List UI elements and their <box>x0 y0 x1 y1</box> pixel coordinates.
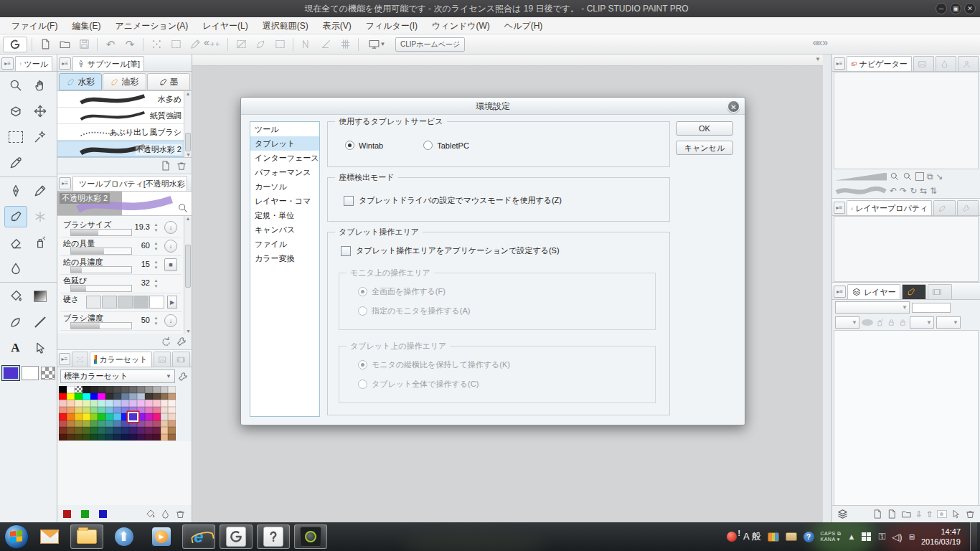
new-layer-icon[interactable] <box>872 509 883 519</box>
new-vector-layer-icon[interactable] <box>887 509 897 519</box>
color-swatch[interactable] <box>90 386 98 393</box>
line-tool[interactable] <box>29 311 52 333</box>
sub-color-swatch[interactable] <box>22 366 39 380</box>
grid-icon[interactable] <box>336 37 354 52</box>
color-swatch[interactable] <box>59 393 67 400</box>
fill-tool[interactable] <box>4 286 27 307</box>
taskbar-remote-button[interactable] <box>108 524 141 549</box>
color-swatch[interactable] <box>168 413 176 420</box>
fit-to-window-icon[interactable]: ⧉ <box>927 171 933 182</box>
reference-layer-icon[interactable] <box>875 318 885 327</box>
dialog-category[interactable]: 定規・単位 <box>250 208 319 222</box>
color-swatch[interactable] <box>105 434 113 441</box>
property-spinner[interactable]: ▲▼ <box>152 222 160 235</box>
color-swatch[interactable] <box>161 400 169 407</box>
color-swatch[interactable] <box>67 413 75 420</box>
lock-transparent-icon[interactable] <box>898 318 908 327</box>
color-swatch[interactable] <box>113 434 121 441</box>
close-button[interactable]: ✕ <box>964 3 976 14</box>
color-swatch[interactable] <box>105 400 113 407</box>
color-swatch[interactable] <box>129 386 137 393</box>
color-swatch[interactable] <box>59 407 67 414</box>
clip-homepage-button[interactable]: CLIPホームページ <box>395 37 465 52</box>
save-file-icon[interactable] <box>75 37 93 52</box>
speaker-icon[interactable]: ◁) <box>892 532 902 542</box>
fit-to-screen-icon[interactable]: ↘ <box>936 171 943 182</box>
color-set-menu-icon[interactable]: ▸≡ <box>59 353 70 365</box>
hardness-segment[interactable] <box>102 296 117 309</box>
property-spinner[interactable]: ▲▼ <box>152 278 160 291</box>
color-swatch[interactable] <box>75 400 83 407</box>
auto-select-tool[interactable] <box>29 126 52 148</box>
color-swatch[interactable] <box>153 427 161 434</box>
color-swatch[interactable] <box>121 393 129 400</box>
create-subtool-icon[interactable] <box>160 160 171 171</box>
open-file-icon[interactable] <box>56 37 73 52</box>
tab-item-bank[interactable] <box>936 56 956 71</box>
ime-mode-indicator[interactable]: A 般 <box>743 530 761 543</box>
perspective-ruler-icon[interactable] <box>298 37 315 52</box>
tab-tool-property[interactable]: ツールプロパティ[不透明水彩 2 <box>72 176 187 191</box>
rotate-right-icon[interactable]: ↷ <box>900 186 907 196</box>
color-swatch[interactable] <box>83 407 90 414</box>
tool-panel-menu-icon[interactable]: ▸≡ <box>1 57 14 70</box>
menu-item[interactable]: 表示(V) <box>316 18 359 34</box>
tablet-service-radio[interactable]: TabletPC <box>423 141 469 150</box>
recent-color-blue[interactable] <box>99 510 107 518</box>
color-swatch[interactable] <box>67 427 75 434</box>
color-swatch[interactable] <box>129 427 137 434</box>
move-layer-tool[interactable] <box>29 100 52 122</box>
invert-selection-icon[interactable] <box>187 37 204 52</box>
color-swatch[interactable] <box>137 400 145 407</box>
subtool-panel-menu-icon[interactable]: ▸≡ <box>59 57 71 70</box>
operation-tool[interactable] <box>4 100 27 122</box>
angle-ruler-icon[interactable] <box>317 37 334 52</box>
tab-layer-tool[interactable] <box>957 200 979 215</box>
color-swatch[interactable] <box>90 420 98 428</box>
property-slider[interactable] <box>70 322 132 329</box>
main-color-swatch[interactable] <box>2 366 19 380</box>
layer-property-menu-icon[interactable]: ▸≡ <box>834 202 845 214</box>
color-swatch[interactable] <box>83 393 90 400</box>
recent-color-green[interactable] <box>81 510 89 518</box>
tab-layer-search[interactable] <box>902 284 926 299</box>
network-icon[interactable]: ⧈ <box>909 531 915 542</box>
color-swatch[interactable] <box>168 386 176 393</box>
dialog-category[interactable]: パフォーマンス <box>250 165 319 179</box>
taskbar-internet-explorer-button[interactable]: e <box>182 524 215 549</box>
menu-item[interactable]: ファイル(F) <box>4 18 65 34</box>
color-swatch[interactable] <box>98 427 105 434</box>
color-swatch[interactable] <box>161 420 169 428</box>
color-swatch[interactable] <box>67 386 75 393</box>
color-swatch[interactable] <box>67 407 75 414</box>
taskbar-camera-app-button[interactable] <box>294 524 327 549</box>
color-swatch[interactable] <box>137 407 145 414</box>
apply-mask-icon[interactable] <box>951 509 961 519</box>
tablet-service-radio[interactable]: Wintab <box>345 141 383 150</box>
dialog-category[interactable]: タブレット <box>250 136 319 151</box>
color-swatch[interactable] <box>168 400 176 407</box>
dialog-category[interactable]: カーソル <box>250 179 319 194</box>
gradient-tool[interactable] <box>29 286 52 307</box>
color-swatch[interactable] <box>161 407 169 414</box>
transparent-color-swatch[interactable] <box>41 367 55 380</box>
taskbar-clip-studio-paint-button[interactable] <box>220 524 253 549</box>
pen-tablet-tray-icon[interactable] <box>768 532 779 542</box>
color-swatch[interactable] <box>129 434 137 441</box>
eyedropper-tool[interactable] <box>4 152 27 174</box>
color-swatch[interactable] <box>98 400 105 407</box>
color-swatch[interactable] <box>67 400 75 407</box>
color-swatch[interactable] <box>83 434 90 441</box>
cancel-button[interactable]: キャンセル <box>676 141 733 155</box>
rotate-slider[interactable] <box>835 187 887 195</box>
color-swatch[interactable] <box>161 393 169 400</box>
color-swatch[interactable] <box>113 407 121 414</box>
rotate-left-icon[interactable]: ↶ <box>890 186 897 196</box>
transfer-up-icon[interactable]: ⇧ <box>926 509 933 519</box>
color-swatch[interactable] <box>129 393 137 400</box>
airbrush-tool[interactable] <box>29 232 52 253</box>
tab-information[interactable] <box>958 56 979 71</box>
color-swatch[interactable] <box>121 427 129 434</box>
layer-filter-dropdown[interactable]: ▼ <box>835 316 859 329</box>
pressure-source-button[interactable]: ■ <box>164 258 177 271</box>
